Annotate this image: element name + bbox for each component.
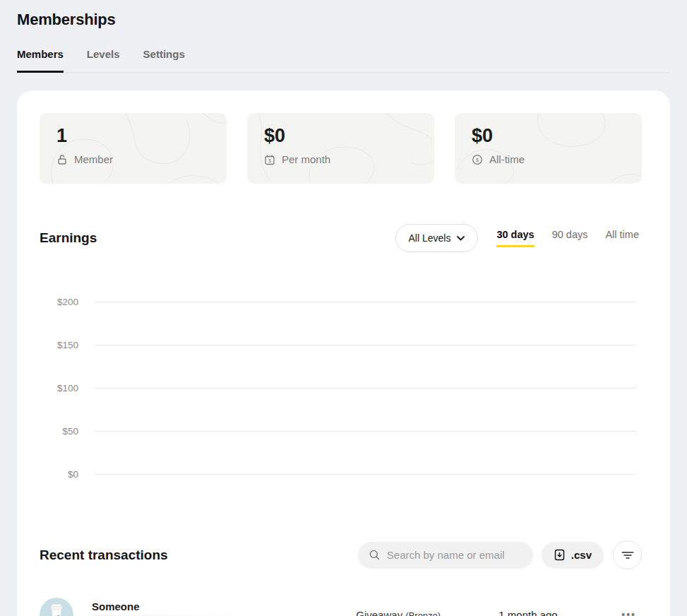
earnings-header: Earnings All Levels 30 days 90 days All … bbox=[40, 224, 652, 252]
transactions-title: Recent transactions bbox=[40, 547, 168, 563]
export-csv-button[interactable]: .csv bbox=[542, 542, 604, 569]
contour-pattern-decoration bbox=[247, 113, 434, 184]
transaction-row[interactable]: Someone Giveaway (Bronze) 1 month ago ••… bbox=[40, 598, 652, 616]
avatar bbox=[40, 598, 73, 616]
lock-icon bbox=[56, 154, 68, 165]
csv-download-icon bbox=[554, 549, 566, 561]
all-time-label: All-time bbox=[489, 153, 525, 165]
gridline bbox=[95, 431, 636, 432]
row-menu-dots-icon[interactable]: ••• bbox=[621, 609, 636, 616]
csv-button-label: .csv bbox=[571, 549, 592, 561]
all-time-value: $0 bbox=[472, 125, 625, 147]
search-field[interactable] bbox=[358, 542, 533, 569]
member-count-label: Member bbox=[74, 153, 113, 165]
tab-settings[interactable]: Settings bbox=[143, 48, 185, 73]
y-tick-50: $50 bbox=[40, 426, 78, 437]
transactions-header: Recent transactions .csv bbox=[40, 540, 652, 569]
level-filter-label: All Levels bbox=[409, 232, 451, 244]
per-month-value: $0 bbox=[264, 125, 417, 147]
gridline bbox=[95, 345, 636, 345]
plan-name: Giveaway bbox=[356, 609, 402, 616]
search-input[interactable] bbox=[387, 549, 522, 561]
y-tick-0: $0 bbox=[40, 469, 78, 480]
search-icon bbox=[369, 549, 380, 561]
level-filter-dropdown[interactable]: All Levels bbox=[395, 224, 479, 252]
svg-text:$: $ bbox=[476, 157, 479, 162]
stat-card-all-time: $0 $ All-time bbox=[455, 113, 642, 184]
gridline bbox=[95, 474, 636, 475]
page-header: Memberships Members Levels Settings bbox=[0, 0, 687, 73]
earnings-chart: $200 $150 $100 $50 $0 bbox=[40, 296, 652, 480]
y-tick-200: $200 bbox=[40, 297, 78, 307]
stat-card-members: 1 Member bbox=[40, 113, 227, 184]
range-all-time[interactable]: All time bbox=[605, 229, 639, 247]
gridline bbox=[95, 302, 636, 302]
y-tick-150: $150 bbox=[40, 340, 78, 350]
calendar-dollar-icon: $ bbox=[264, 154, 275, 165]
transaction-plan: Giveaway (Bronze) bbox=[356, 609, 498, 616]
plan-level: (Bronze) bbox=[405, 610, 441, 616]
dollar-circle-icon: $ bbox=[472, 154, 483, 165]
coffee-cup-avatar-icon bbox=[40, 598, 73, 616]
page-title: Memberships bbox=[17, 11, 670, 29]
contour-pattern-decoration bbox=[455, 113, 642, 184]
transaction-time: 1 month ago bbox=[498, 609, 621, 616]
main-tabs: Members Levels Settings bbox=[17, 48, 670, 73]
filter-button[interactable] bbox=[613, 540, 642, 569]
stat-card-per-month: $0 $ Per month bbox=[247, 113, 434, 184]
filter-icon bbox=[621, 551, 634, 559]
tab-members[interactable]: Members bbox=[17, 48, 64, 73]
contour-pattern-decoration bbox=[40, 113, 227, 184]
range-30-days[interactable]: 30 days bbox=[496, 229, 534, 247]
y-tick-100: $100 bbox=[40, 383, 78, 393]
supporter-name: Someone bbox=[92, 600, 356, 612]
stats-row: 1 Member $0 $ P bbox=[40, 113, 652, 184]
member-count-value: 1 bbox=[56, 125, 210, 147]
tab-levels[interactable]: Levels bbox=[87, 48, 120, 73]
content-panel: 1 Member $0 $ P bbox=[17, 90, 670, 616]
gridline bbox=[95, 388, 636, 389]
svg-text:$: $ bbox=[268, 158, 271, 162]
transaction-person: Someone bbox=[92, 600, 356, 616]
per-month-label: Per month bbox=[282, 153, 330, 165]
earnings-title: Earnings bbox=[40, 230, 97, 246]
chevron-down-icon bbox=[457, 236, 465, 241]
range-tabs: 30 days 90 days All time bbox=[496, 229, 639, 247]
range-90-days[interactable]: 90 days bbox=[552, 229, 588, 247]
